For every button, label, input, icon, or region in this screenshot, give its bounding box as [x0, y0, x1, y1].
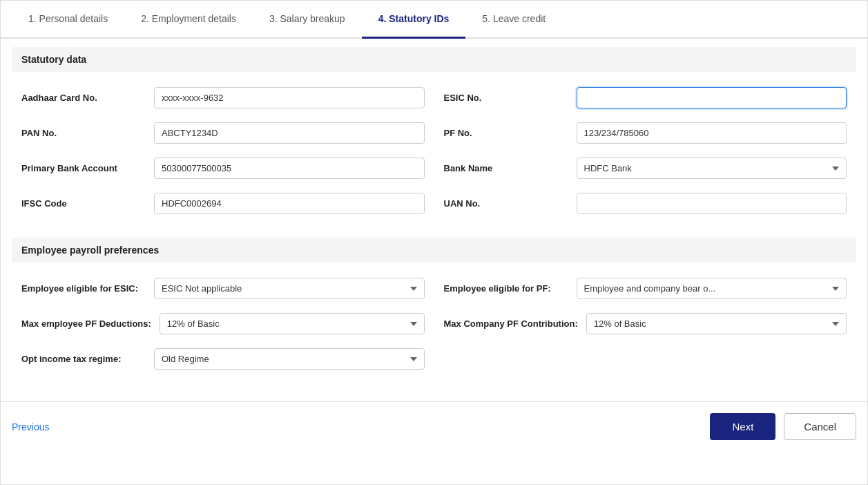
next-button[interactable]: Next — [710, 413, 775, 440]
pf-eligible-label: Employee eligible for PF: — [444, 283, 568, 294]
aadhaar-row: Aadhaar Card No. — [12, 80, 434, 115]
pf-row: PF No. — [434, 115, 857, 151]
footer: Previous Next Cancel — [1, 401, 867, 451]
aadhaar-label: Aadhaar Card No. — [21, 93, 146, 103]
esic-input[interactable] — [577, 87, 847, 108]
esic-eligible-label: Employee eligible for ESIC: — [21, 283, 146, 294]
previous-button[interactable]: Previous — [12, 419, 49, 435]
payroll-form-grid: Employee eligible for ESIC: ESIC Not app… — [12, 263, 856, 385]
bank-name-label: Bank Name — [444, 163, 568, 173]
esic-eligible-row: Employee eligible for ESIC: ESIC Not app… — [12, 271, 434, 306]
tax-regime-placeholder — [434, 341, 857, 377]
max-company-pf-row: Max Company PF Contribution: 12% of Basi… — [434, 306, 857, 341]
max-company-pf-label: Max Company PF Contribution: — [444, 318, 578, 329]
statutory-section-header: Statutory data — [12, 47, 856, 72]
tab-employment[interactable]: 2. Employment details — [124, 1, 253, 39]
uan-label: UAN No. — [444, 198, 568, 209]
max-pf-deduction-label: Max employee PF Deductions: — [21, 318, 151, 329]
max-pf-deduction-row: Max employee PF Deductions: 12% of Basic… — [12, 306, 434, 341]
page-wrapper: 1. Personal details 2. Employment detail… — [0, 0, 868, 485]
uan-row: UAN No. — [434, 186, 857, 221]
esic-row: ESIC No. — [434, 80, 857, 115]
ifsc-row: IFSC Code — [12, 186, 434, 221]
bank-account-row: Primary Bank Account — [12, 151, 434, 186]
cancel-button[interactable]: Cancel — [784, 413, 856, 440]
main-content: Statutory data Aadhaar Card No. ESIC No.… — [1, 47, 867, 396]
tab-statutory[interactable]: 4. Statutory IDs — [362, 1, 466, 39]
footer-actions: Next Cancel — [710, 413, 856, 440]
bank-name-row: Bank Name HDFC Bank SBI ICICI Bank Axis … — [434, 151, 857, 186]
esic-eligible-select[interactable]: ESIC Not applicable ESIC applicable — [154, 278, 425, 299]
aadhaar-input[interactable] — [154, 87, 425, 108]
max-pf-deduction-select[interactable]: 12% of Basic 15% of Basic Not applicable — [160, 313, 425, 334]
pf-eligible-row: Employee eligible for PF: Employee and c… — [434, 271, 857, 306]
statutory-form-grid: Aadhaar Card No. ESIC No. PAN No. PF No.… — [12, 72, 856, 229]
tab-personal[interactable]: 1. Personal details — [12, 1, 124, 39]
tab-bar: 1. Personal details 2. Employment detail… — [1, 1, 867, 39]
pf-label: PF No. — [444, 128, 568, 138]
bank-name-select[interactable]: HDFC Bank SBI ICICI Bank Axis Bank — [577, 158, 847, 179]
tab-salary[interactable]: 3. Salary breakup — [253, 1, 362, 39]
uan-input[interactable] — [577, 193, 847, 214]
esic-label: ESIC No. — [444, 93, 568, 103]
pan-input[interactable] — [154, 122, 425, 144]
ifsc-label: IFSC Code — [21, 198, 146, 209]
payroll-section-header: Employee payroll preferences — [12, 238, 856, 263]
pf-eligible-select[interactable]: Employee and company bear o... Employee … — [577, 278, 847, 299]
bank-account-label: Primary Bank Account — [21, 163, 146, 173]
max-company-pf-select[interactable]: 12% of Basic 15% of Basic Not applicable — [586, 313, 847, 334]
pf-input[interactable] — [577, 122, 847, 144]
pan-label: PAN No. — [21, 128, 146, 138]
ifsc-input[interactable] — [154, 193, 425, 214]
tax-regime-row: Opt income tax regime: Old Regime New Re… — [12, 341, 434, 377]
bank-account-input[interactable] — [154, 158, 425, 179]
tax-regime-label: Opt income tax regime: — [21, 354, 146, 364]
tab-leave[interactable]: 5. Leave credit — [465, 1, 562, 39]
tax-regime-select[interactable]: Old Regime New Regime — [154, 348, 425, 370]
pan-row: PAN No. — [12, 115, 434, 151]
